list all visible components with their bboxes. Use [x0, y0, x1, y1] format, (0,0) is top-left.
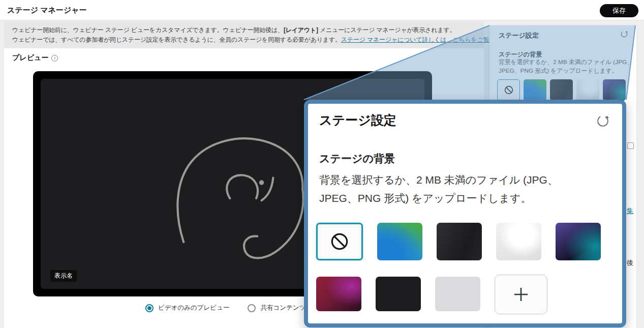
banner-line2-text: ウェビナーでは、すべての参加者が同じステージ設定を表示できるように、全員のステー… — [12, 36, 341, 43]
save-button[interactable]: 保存 — [600, 4, 638, 17]
preview-heading-text: プレビュー — [12, 53, 48, 62]
popup-swatch-no-background[interactable] — [316, 223, 363, 260]
swatch-light-swirl[interactable] — [576, 79, 599, 101]
popup-background-heading: ステージの背景 — [319, 152, 395, 166]
banner-line-2: ウェビナーでは、すべての参加者が同じステージ設定を表示できるように、全員のステー… — [12, 35, 484, 45]
stage-settings-zoom-popup: ステージ設定 ステージの背景 背景を選択するか、2 MB 未満のファイル (JP… — [304, 100, 626, 327]
desc-line-2: JPEG、PNG 形式) をアップロードします。 — [499, 67, 633, 75]
banner-line-1: ウェビナー開始前に、ウェビナー ステージ ビューをカスタマイズできます。ウェビナ… — [12, 25, 484, 35]
popup-background-description: 背景を選択するか、2 MB 未満のファイル (JPG、 JPEG、PNG 形式)… — [319, 171, 558, 207]
radio-selected-icon[interactable] — [145, 304, 154, 312]
banner-layout-bold: [レイアウト] — [284, 26, 318, 34]
swatch-dark-wave[interactable] — [550, 79, 573, 101]
background-swatch-row — [497, 79, 626, 101]
header: ステージ マネージャー 保存 — [0, 0, 644, 20]
popup-swatch-purple-teal-gradient[interactable] — [556, 223, 601, 260]
stage-background-description: 背景を選択するか、2 MB 未満のファイル (JPG、 JPEG、PNG 形式)… — [499, 58, 633, 75]
popup-swatch-row-1 — [316, 223, 601, 260]
avatar-sketch — [168, 124, 310, 271]
popup-title: ステージ設定 — [319, 112, 396, 129]
popup-swatch-row-2 — [316, 275, 547, 314]
desc-line-1: 背景を選択するか、2 MB 未満のファイル (JPG、 — [499, 58, 633, 67]
swatch-purple-teal-gradient[interactable] — [603, 79, 626, 101]
popup-desc-line-1: 背景を選択するか、2 MB 未満のファイル (JPG、 — [319, 171, 558, 189]
banner-line1-tail: メニューにステージ マネージャが表示されます。 — [318, 26, 455, 34]
prohibition-icon — [329, 231, 350, 252]
popup-swatch-light-gray[interactable] — [435, 277, 480, 311]
radio-unselected-icon[interactable] — [248, 304, 256, 312]
popup-desc-line-2: JPEG、PNG 形式) をアップロードします。 — [319, 189, 558, 207]
popup-swatch-red-purple-gradient[interactable] — [316, 277, 361, 311]
radio-video-only-label: ビデオのみのプレビュー — [158, 304, 229, 312]
info-banner: ウェビナー開始前に、ウェビナー ステージ ビューをカスタマイズできます。ウェビナ… — [4, 21, 484, 48]
stage-settings-title: ステージ設定 — [499, 31, 539, 40]
popup-swatch-blue-green-gradient[interactable] — [377, 223, 422, 260]
refresh-icon[interactable] — [620, 30, 628, 38]
prohibition-icon — [504, 85, 514, 95]
info-icon[interactable]: i — [51, 55, 58, 62]
upload-background-button[interactable] — [495, 275, 547, 314]
popup-refresh-icon[interactable] — [596, 114, 610, 128]
swatch-no-background[interactable] — [497, 79, 520, 101]
avatar-eye — [259, 180, 264, 185]
preview-heading: プレビューi — [12, 53, 58, 63]
text-fragment-partial: 後 — [627, 258, 633, 267]
edit-link-partial[interactable]: 集 — [627, 206, 633, 216]
page-title: ステージ マネージャー — [7, 6, 87, 15]
plus-icon — [512, 286, 530, 303]
stage-manager-page: ステージ マネージャー 保存 ウェビナー開始前に、ウェビナー ステージ ビューを… — [0, 0, 644, 328]
banner-line1-text: ウェビナー開始前に、ウェビナー ステージ ビューをカスタマイズできます。ウェビナ… — [12, 26, 284, 34]
popup-swatch-dark-wave[interactable] — [437, 223, 482, 260]
popup-swatch-light-swirl[interactable] — [496, 223, 541, 260]
radio-video-only[interactable]: ビデオのみのプレビュー — [145, 304, 229, 312]
swatch-blue-green-gradient[interactable] — [524, 79, 546, 101]
popup-swatch-black[interactable] — [376, 277, 421, 311]
display-name-badge: 表示名 — [50, 270, 77, 282]
sync-checkbox-partial[interactable] — [627, 142, 634, 149]
